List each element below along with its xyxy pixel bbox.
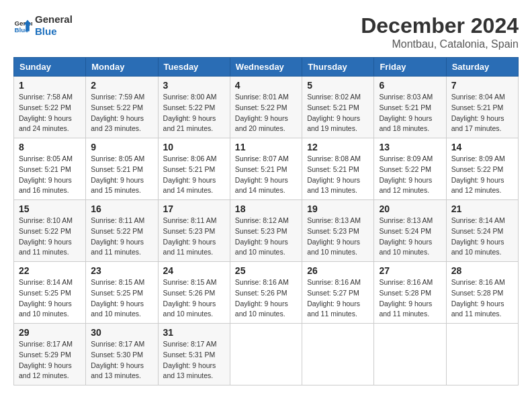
calendar-week-3: 15 Sunrise: 8:10 AMSunset: 5:22 PMDaylig… (14, 200, 519, 262)
day-info: Sunrise: 8:15 AMSunset: 5:25 PMDaylight:… (91, 278, 144, 318)
day-info: Sunrise: 8:06 AMSunset: 5:21 PMDaylight:… (163, 154, 217, 194)
day-info: Sunrise: 8:03 AMSunset: 5:21 PMDaylight:… (379, 93, 433, 132)
day-number: 23 (91, 265, 152, 276)
day-info: Sunrise: 8:16 AMSunset: 5:28 PMDaylight:… (451, 278, 505, 318)
day-number: 19 (307, 203, 369, 214)
col-tuesday: Tuesday (158, 58, 230, 77)
table-row: 13 Sunrise: 8:09 AMSunset: 5:22 PMDaylig… (374, 138, 446, 200)
day-number: 16 (91, 203, 152, 214)
table-row (374, 324, 446, 385)
table-row: 1 Sunrise: 7:58 AMSunset: 5:22 PMDayligh… (14, 77, 86, 138)
table-row: 28 Sunrise: 8:16 AMSunset: 5:28 PMDaylig… (446, 262, 518, 324)
day-info: Sunrise: 8:11 AMSunset: 5:23 PMDaylight:… (163, 216, 217, 256)
day-info: Sunrise: 8:16 AMSunset: 5:28 PMDaylight:… (379, 278, 433, 318)
table-row: 25 Sunrise: 8:16 AMSunset: 5:26 PMDaylig… (230, 262, 302, 324)
table-row: 22 Sunrise: 8:14 AMSunset: 5:25 PMDaylig… (14, 262, 86, 324)
logo-icon: General Blue (13, 16, 32, 35)
page-title: December 2024 (361, 13, 519, 38)
calendar-week-4: 22 Sunrise: 8:14 AMSunset: 5:25 PMDaylig… (14, 262, 519, 324)
day-info: Sunrise: 8:01 AMSunset: 5:22 PMDaylight:… (235, 93, 289, 132)
day-number: 9 (91, 142, 152, 152)
day-number: 17 (163, 203, 225, 214)
day-number: 22 (19, 265, 81, 276)
table-row: 27 Sunrise: 8:16 AMSunset: 5:28 PMDaylig… (374, 262, 446, 324)
table-row: 6 Sunrise: 8:03 AMSunset: 5:21 PMDayligh… (374, 77, 446, 138)
table-row (302, 324, 374, 385)
table-row: 2 Sunrise: 7:59 AMSunset: 5:22 PMDayligh… (86, 77, 158, 138)
day-info: Sunrise: 8:05 AMSunset: 5:21 PMDaylight:… (19, 154, 73, 194)
day-info: Sunrise: 8:05 AMSunset: 5:21 PMDaylight:… (91, 154, 144, 194)
table-row: 30 Sunrise: 8:17 AMSunset: 5:30 PMDaylig… (86, 324, 158, 385)
day-number: 30 (91, 327, 152, 338)
table-row: 18 Sunrise: 8:12 AMSunset: 5:23 PMDaylig… (230, 200, 302, 262)
day-number: 14 (451, 142, 513, 152)
day-number: 13 (379, 142, 441, 152)
day-info: Sunrise: 8:02 AMSunset: 5:21 PMDaylight:… (307, 93, 361, 132)
logo-line1: General (35, 13, 73, 26)
day-number: 3 (163, 80, 225, 91)
header-row: Sunday Monday Tuesday Wednesday Thursday… (14, 58, 519, 77)
day-info: Sunrise: 8:14 AMSunset: 5:25 PMDaylight:… (19, 278, 73, 318)
logo-line2: Blue (35, 26, 73, 38)
day-number: 5 (307, 80, 369, 91)
col-sunday: Sunday (14, 58, 86, 77)
table-row (230, 324, 302, 385)
col-wednesday: Wednesday (230, 58, 302, 77)
day-info: Sunrise: 8:15 AMSunset: 5:26 PMDaylight:… (163, 278, 217, 318)
calendar-week-1: 1 Sunrise: 7:58 AMSunset: 5:22 PMDayligh… (14, 77, 519, 138)
day-info: Sunrise: 8:13 AMSunset: 5:23 PMDaylight:… (307, 216, 361, 256)
title-area: December 2024 Montbau, Catalonia, Spain (361, 13, 519, 50)
day-number: 18 (235, 203, 297, 214)
day-info: Sunrise: 8:16 AMSunset: 5:27 PMDaylight:… (307, 278, 361, 318)
day-number: 31 (163, 327, 225, 338)
day-info: Sunrise: 8:17 AMSunset: 5:31 PMDaylight:… (163, 340, 217, 379)
table-row: 5 Sunrise: 8:02 AMSunset: 5:21 PMDayligh… (302, 77, 374, 138)
day-number: 1 (19, 80, 81, 91)
day-number: 2 (91, 80, 152, 91)
day-number: 27 (379, 265, 441, 276)
table-row (446, 324, 518, 385)
day-info: Sunrise: 8:04 AMSunset: 5:21 PMDaylight:… (451, 93, 505, 132)
table-row: 10 Sunrise: 8:06 AMSunset: 5:21 PMDaylig… (158, 138, 230, 200)
table-row: 8 Sunrise: 8:05 AMSunset: 5:21 PMDayligh… (14, 138, 86, 200)
header: General Blue General Blue December 2024 … (13, 13, 519, 50)
day-info: Sunrise: 8:10 AMSunset: 5:22 PMDaylight:… (19, 216, 73, 256)
day-number: 4 (235, 80, 297, 91)
day-info: Sunrise: 8:00 AMSunset: 5:22 PMDaylight:… (163, 93, 217, 132)
table-row: 20 Sunrise: 8:13 AMSunset: 5:24 PMDaylig… (374, 200, 446, 262)
day-number: 6 (379, 80, 441, 91)
day-info: Sunrise: 7:59 AMSunset: 5:22 PMDaylight:… (91, 93, 144, 132)
table-row: 17 Sunrise: 8:11 AMSunset: 5:23 PMDaylig… (158, 200, 230, 262)
day-number: 29 (19, 327, 81, 338)
day-number: 28 (451, 265, 513, 276)
day-number: 7 (451, 80, 513, 91)
day-info: Sunrise: 8:09 AMSunset: 5:22 PMDaylight:… (451, 154, 505, 194)
day-number: 15 (19, 203, 81, 214)
logo: General Blue General Blue (13, 13, 73, 38)
day-number: 24 (163, 265, 225, 276)
day-info: Sunrise: 8:09 AMSunset: 5:22 PMDaylight:… (379, 154, 433, 194)
day-info: Sunrise: 8:11 AMSunset: 5:22 PMDaylight:… (91, 216, 144, 256)
calendar-week-5: 29 Sunrise: 8:17 AMSunset: 5:29 PMDaylig… (14, 324, 519, 385)
day-info: Sunrise: 8:08 AMSunset: 5:21 PMDaylight:… (307, 154, 361, 194)
day-info: Sunrise: 8:14 AMSunset: 5:24 PMDaylight:… (451, 216, 505, 256)
day-number: 11 (235, 142, 297, 152)
table-row: 14 Sunrise: 8:09 AMSunset: 5:22 PMDaylig… (446, 138, 518, 200)
col-monday: Monday (86, 58, 158, 77)
day-info: Sunrise: 8:17 AMSunset: 5:30 PMDaylight:… (91, 340, 144, 379)
table-row: 11 Sunrise: 8:07 AMSunset: 5:21 PMDaylig… (230, 138, 302, 200)
day-number: 21 (451, 203, 513, 214)
page-subtitle: Montbau, Catalonia, Spain (361, 38, 519, 50)
table-row: 31 Sunrise: 8:17 AMSunset: 5:31 PMDaylig… (158, 324, 230, 385)
day-info: Sunrise: 7:58 AMSunset: 5:22 PMDaylight:… (19, 93, 73, 132)
table-row: 7 Sunrise: 8:04 AMSunset: 5:21 PMDayligh… (446, 77, 518, 138)
table-row: 26 Sunrise: 8:16 AMSunset: 5:27 PMDaylig… (302, 262, 374, 324)
day-info: Sunrise: 8:13 AMSunset: 5:24 PMDaylight:… (379, 216, 433, 256)
table-row: 29 Sunrise: 8:17 AMSunset: 5:29 PMDaylig… (14, 324, 86, 385)
table-row: 21 Sunrise: 8:14 AMSunset: 5:24 PMDaylig… (446, 200, 518, 262)
day-number: 25 (235, 265, 297, 276)
calendar-table: Sunday Monday Tuesday Wednesday Thursday… (13, 57, 519, 385)
table-row: 12 Sunrise: 8:08 AMSunset: 5:21 PMDaylig… (302, 138, 374, 200)
day-number: 12 (307, 142, 369, 152)
col-saturday: Saturday (446, 58, 518, 77)
